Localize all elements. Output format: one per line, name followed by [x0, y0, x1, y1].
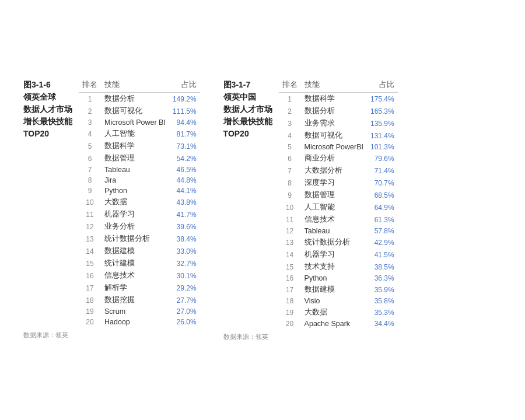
pct-cell: 26.0%: [169, 317, 200, 327]
pct-cell: 71.4%: [367, 164, 398, 177]
pct-cell: 111.5%: [169, 105, 200, 117]
rank-cell: 14: [79, 245, 101, 257]
pct-cell: 70.7%: [367, 177, 398, 189]
table-row: 12业务分析39.6%: [79, 220, 200, 233]
table-row: 5Microsoft PowerBI101.3%: [279, 142, 398, 152]
skill-cell: 技术支持: [301, 261, 367, 273]
table-row: 18数据挖掘27.7%: [79, 294, 200, 306]
left-section: 图3-1-6领英全球数据人才市场增长最快技能TOP20 排名 技能 占比 1数据…: [23, 79, 200, 341]
skill-cell: 机器学习: [101, 208, 169, 220]
rank-cell: 16: [279, 273, 301, 284]
rank-cell: 10: [279, 201, 301, 214]
skill-cell: 大数据: [101, 196, 169, 208]
rank-cell: 11: [279, 214, 301, 226]
pct-cell: 39.6%: [169, 220, 200, 233]
skill-cell: Microsoft Power BI: [101, 117, 169, 128]
table-row: 17数据建模35.9%: [279, 284, 398, 296]
rank-cell: 17: [79, 282, 101, 294]
rank-cell: 14: [279, 249, 301, 261]
pct-cell: 35.8%: [367, 296, 398, 306]
skill-cell: 大数据: [301, 306, 367, 318]
skill-cell: 数据管理: [301, 189, 367, 201]
rank-cell: 3: [279, 117, 301, 130]
skill-cell: 数据可视化: [301, 130, 367, 142]
left-table-body: 1数据分析149.2%2数据可视化111.5%3Microsoft Power …: [79, 93, 200, 328]
pct-cell: 73.1%: [169, 140, 200, 152]
rank-cell: 16: [79, 270, 101, 282]
rank-cell: 13: [79, 233, 101, 245]
skill-cell: 机器学习: [301, 249, 367, 261]
left-data-table: 排名 技能 占比 1数据分析149.2%2数据可视化111.5%3Microso…: [79, 79, 200, 327]
pct-cell: 135.9%: [367, 117, 398, 130]
skill-cell: Tableau: [101, 164, 169, 175]
rank-cell: 7: [279, 164, 301, 177]
table-row: 16信息技术30.1%: [79, 270, 200, 282]
table-row: 14机器学习41.5%: [279, 249, 398, 261]
pct-cell: 46.5%: [169, 164, 200, 175]
table-row: 3业务需求135.9%: [279, 117, 398, 130]
table-row: 16Python36.3%: [279, 273, 398, 284]
table-row: 14数据建模33.0%: [79, 245, 200, 257]
skill-cell: 统计数据分析: [101, 233, 169, 245]
table-row: 7大数据分析71.4%: [279, 164, 398, 177]
skill-cell: Jira: [101, 175, 169, 186]
table-row: 9数据管理68.5%: [279, 189, 398, 201]
skill-cell: 信息技术: [101, 270, 169, 282]
rank-cell: 15: [79, 257, 101, 270]
table-row: 19大数据35.3%: [279, 306, 398, 318]
left-header-pct: 占比: [169, 79, 200, 93]
left-header-skill: 技能: [101, 79, 169, 93]
skill-cell: 数据分析: [301, 105, 367, 117]
rank-cell: 9: [279, 189, 301, 201]
left-data-source: 数据来源：领英: [23, 331, 200, 340]
rank-cell: 8: [279, 177, 301, 189]
skill-cell: 业务分析: [101, 220, 169, 233]
left-header-rank: 排名: [79, 79, 101, 93]
table-row: 8Jira44.8%: [79, 175, 200, 186]
table-row: 18Visio35.8%: [279, 296, 398, 306]
pct-cell: 61.3%: [367, 214, 398, 226]
pct-cell: 38.4%: [169, 233, 200, 245]
table-row: 15统计建模32.7%: [79, 257, 200, 270]
rank-cell: 13: [279, 236, 301, 249]
right-data-source: 数据来源：领英: [223, 332, 398, 341]
table-row: 6数据管理54.2%: [79, 152, 200, 164]
skill-cell: 数据挖掘: [101, 294, 169, 306]
pct-cell: 33.0%: [169, 245, 200, 257]
right-section: 图3-1-7领英中国数据人才市场增长最快技能TOP20 排名 技能 占比 1数据…: [223, 79, 398, 341]
right-table-body: 1数据科学175.4%2数据分析165.3%3业务需求135.9%4数据可视化1…: [279, 93, 398, 330]
skill-cell: 深度学习: [301, 177, 367, 189]
rank-cell: 15: [279, 261, 301, 273]
skill-cell: 数据科学: [101, 140, 169, 152]
rank-cell: 6: [279, 152, 301, 164]
pct-cell: 44.1%: [169, 186, 200, 196]
table-row: 15技术支持38.5%: [279, 261, 398, 273]
skill-cell: Scrum: [101, 306, 169, 317]
rank-cell: 2: [279, 105, 301, 117]
right-header-skill: 技能: [301, 79, 367, 93]
table-row: 19Scrum27.0%: [79, 306, 200, 317]
table-row: 11信息技术61.3%: [279, 214, 398, 226]
table-row: 4数据可视化131.4%: [279, 130, 398, 142]
pct-cell: 27.0%: [169, 306, 200, 317]
page-wrapper: 图3-1-6领英全球数据人才市场增长最快技能TOP20 排名 技能 占比 1数据…: [0, 61, 525, 359]
rank-cell: 1: [279, 93, 301, 106]
rank-cell: 11: [79, 208, 101, 220]
rank-cell: 19: [79, 306, 101, 317]
table-row: 3Microsoft Power BI94.4%: [79, 117, 200, 128]
table-row: 2数据可视化111.5%: [79, 105, 200, 117]
skill-cell: Tableau: [301, 226, 367, 236]
rank-cell: 20: [279, 318, 301, 329]
pct-cell: 34.4%: [367, 318, 398, 329]
pct-cell: 32.7%: [169, 257, 200, 270]
table-row: 13统计数据分析38.4%: [79, 233, 200, 245]
table-row: 1数据科学175.4%: [279, 93, 398, 106]
pct-cell: 42.9%: [367, 236, 398, 249]
skill-cell: Hadoop: [101, 317, 169, 327]
pct-cell: 131.4%: [367, 130, 398, 142]
skill-cell: 数据建模: [301, 284, 367, 296]
pct-cell: 175.4%: [367, 93, 398, 106]
pct-cell: 79.6%: [367, 152, 398, 164]
pct-cell: 64.9%: [367, 201, 398, 214]
pct-cell: 44.8%: [169, 175, 200, 186]
